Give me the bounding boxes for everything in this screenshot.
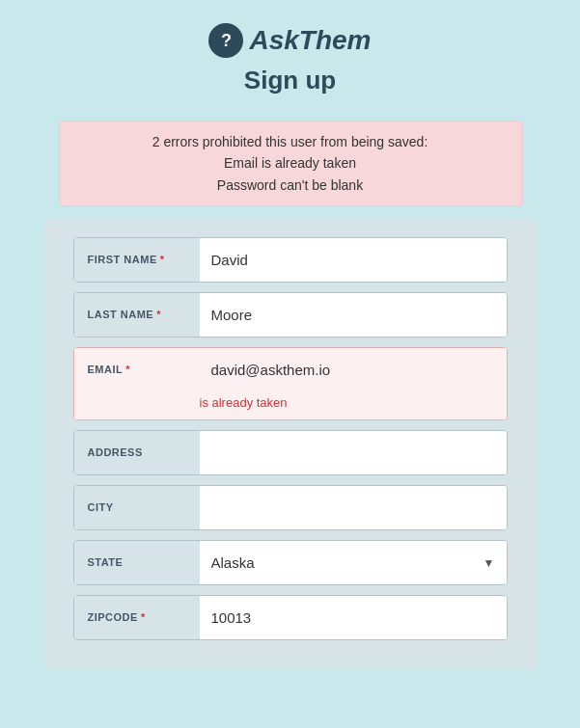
zipcode-label: ZIPCODE * [74,596,200,639]
first-name-row: FIRST NAME * [73,237,508,283]
email-row: EMAIL * is already taken [73,347,508,420]
email-input[interactable] [200,348,507,391]
state-select-wrapper: Alaska Alabama Arizona California Colora… [200,541,507,584]
zipcode-row: ZIPCODE * [73,595,508,640]
logo-text: AskThem [249,25,371,56]
email-error: is already taken [74,391,507,419]
logo: ? AskThem [208,23,371,58]
city-row: CITY [73,485,508,530]
state-label: STATE [74,541,200,584]
error-box: 2 errors prohibited this user from being… [59,121,522,206]
zipcode-required: * [141,611,146,623]
email-required: * [125,364,130,375]
address-label: ADDRESS [74,431,200,474]
state-select[interactable]: Alaska Alabama Arizona California Colora… [200,541,507,584]
email-input-wrapper: EMAIL * [74,348,507,391]
error-header: 2 errors prohibited this user from being… [79,131,502,152]
address-input[interactable] [200,431,507,474]
address-row: ADDRESS [73,430,508,475]
first-name-label: FIRST NAME * [74,238,200,282]
last-name-required: * [156,309,161,320]
last-name-label: LAST NAME * [74,293,200,337]
last-name-row: LAST NAME * [73,292,508,337]
page-title: Sign up [244,66,336,95]
error-item-1: Email is already taken [79,152,502,174]
first-name-input[interactable] [200,238,507,282]
email-label: EMAIL * [74,348,200,391]
zipcode-input[interactable] [200,596,507,639]
error-item-2: Password can't be blank [79,175,502,196]
state-row: STATE Alaska Alabama Arizona California … [73,540,508,585]
page-header: ? AskThem Sign up [208,0,371,111]
sign-up-form: FIRST NAME * LAST NAME * EMAIL * is alre… [44,218,537,669]
city-input[interactable] [200,486,507,529]
first-name-required: * [160,254,165,265]
logo-icon: ? [208,23,243,58]
last-name-input[interactable] [200,293,507,337]
city-label: CITY [74,486,200,529]
